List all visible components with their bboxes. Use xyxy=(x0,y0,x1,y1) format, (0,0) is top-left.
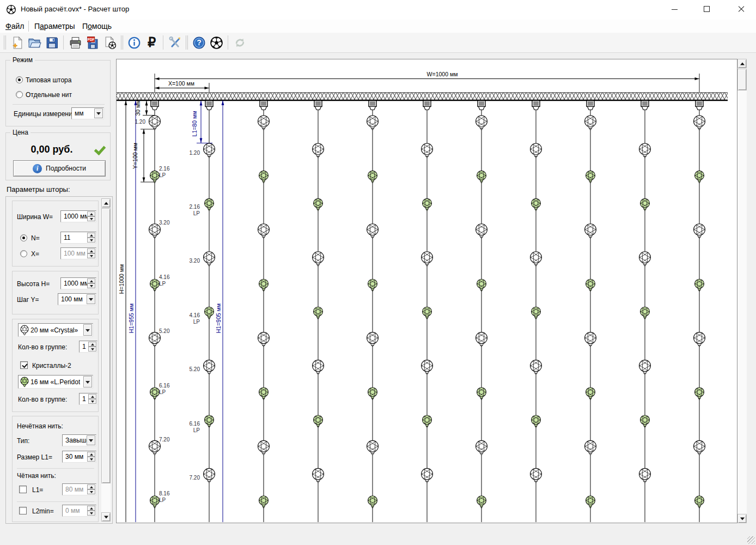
svg-text:LP: LP xyxy=(159,389,166,395)
maximize-button[interactable] xyxy=(693,0,720,19)
price-ruble-icon[interactable]: ₽ xyxy=(143,34,160,51)
units-label: Единицы измерени: xyxy=(14,110,74,118)
open-file-icon[interactable] xyxy=(26,34,42,51)
app-crystal-ball-icon xyxy=(6,4,16,15)
menu-file[interactable]: Файл xyxy=(1,21,28,32)
height-spinner[interactable] xyxy=(87,278,95,288)
crystal-ball-icon[interactable] xyxy=(208,34,224,51)
radio-x[interactable] xyxy=(20,250,27,257)
l2min-checkbox[interactable] xyxy=(19,507,27,514)
svg-text:4.16: 4.16 xyxy=(190,312,200,318)
canvas-scroll-up-button[interactable] xyxy=(737,59,747,68)
svg-text:H=1000 мм: H=1000 мм xyxy=(118,264,125,294)
print-icon[interactable] xyxy=(67,34,83,51)
svg-text:3.20: 3.20 xyxy=(159,220,170,226)
svg-text:LP: LP xyxy=(159,281,166,287)
panel-scrollbar-thumb[interactable] xyxy=(101,208,111,483)
svg-text:7.20: 7.20 xyxy=(159,437,170,443)
svg-text:LP: LP xyxy=(159,497,166,503)
qty2-label: Кол-во в группе: xyxy=(18,396,67,403)
menu-help[interactable]: Помощь xyxy=(78,21,116,32)
chevron-down-icon[interactable] xyxy=(87,294,95,304)
qty1-label: Кол-во в группе: xyxy=(18,343,67,351)
radio-separate-threads[interactable] xyxy=(16,91,23,98)
new-document-icon[interactable] xyxy=(9,34,25,51)
units-combobox[interactable]: мм xyxy=(71,107,104,119)
window-resize-grip[interactable] xyxy=(747,536,755,544)
svg-text:X=100 мм: X=100 мм xyxy=(168,80,194,87)
panel-scroll-down-button[interactable] xyxy=(101,512,111,522)
even-l1-label: L1= xyxy=(32,486,43,494)
radio-n[interactable] xyxy=(20,234,27,241)
step-combobox[interactable]: 100 мм xyxy=(58,293,96,305)
panel-scroll-up-button[interactable] xyxy=(101,198,111,208)
price-value: 0,00 руб. xyxy=(11,144,93,155)
canvas-vertical-scrollbar[interactable] xyxy=(737,59,747,523)
canvas-scroll-down-button[interactable] xyxy=(737,514,747,523)
width-group: Ширина W= 1000 мм N= 11 X= 100 мм xyxy=(12,201,99,267)
svg-text:6.16: 6.16 xyxy=(190,421,200,427)
panel-scrollbar-track[interactable] xyxy=(101,483,111,512)
canvas-scrollbar-thumb[interactable] xyxy=(737,69,747,90)
window-title: Новый расчёт.ovx* - Расчет штор xyxy=(21,5,129,13)
chevron-down-icon[interactable] xyxy=(83,376,92,387)
size-l1-spinner[interactable] xyxy=(87,452,95,462)
export-image-icon[interactable] xyxy=(102,34,118,51)
crystals2-checkbox[interactable] xyxy=(20,361,28,369)
mode-separator xyxy=(13,104,105,105)
chevron-down-icon[interactable] xyxy=(94,108,103,118)
minimize-button[interactable] xyxy=(661,0,688,19)
x-input: 100 мм xyxy=(60,247,96,259)
type-label: Тип: xyxy=(17,437,29,445)
qty1-spinner[interactable] xyxy=(88,342,96,352)
toolbar-gripper xyxy=(121,35,123,50)
width-label: Ширина W= xyxy=(17,213,53,221)
n-spinner[interactable] xyxy=(87,233,95,243)
type-combobox[interactable]: Завыше xyxy=(62,434,96,446)
l2min-label: L2min= xyxy=(32,507,54,515)
curtain-drawing-canvas[interactable]: W=1000 ммX=100 ммH=1000 ммH1=955 ммH1=90… xyxy=(116,59,737,523)
svg-text:LP: LP xyxy=(193,210,200,216)
svg-text:3.20: 3.20 xyxy=(190,258,200,264)
refresh-icon xyxy=(231,34,248,51)
svg-text:H1=955 мм: H1=955 мм xyxy=(128,304,135,333)
width-input[interactable]: 1000 мм xyxy=(60,210,96,222)
width-spinner[interactable] xyxy=(87,211,95,221)
svg-text:H1=905 мм: H1=905 мм xyxy=(215,304,222,333)
qty1-input[interactable]: 1 xyxy=(79,341,97,353)
svg-text:?: ? xyxy=(197,38,202,47)
toolbar-gripper xyxy=(186,35,188,50)
even-l1-checkbox[interactable] xyxy=(19,486,27,493)
chevron-down-icon[interactable] xyxy=(83,324,92,336)
toolbar: PDF₽? xyxy=(0,33,756,53)
close-button[interactable] xyxy=(727,0,754,19)
radio-typical-curtain[interactable] xyxy=(16,76,23,83)
minimize-icon xyxy=(672,9,678,10)
details-button[interactable]: i Подробности xyxy=(13,160,106,177)
settings-tools-icon[interactable] xyxy=(167,34,183,51)
bead2-combobox[interactable]: 16 мм «L.Peridot xyxy=(18,375,93,389)
svg-text:6.16: 6.16 xyxy=(159,383,170,389)
menu-parameters[interactable]: Параметры xyxy=(30,21,80,32)
bead1-combobox[interactable]: 20 мм «Crystal» xyxy=(18,323,93,337)
height-label: Высота H= xyxy=(17,280,50,288)
svg-text:W=1000 мм: W=1000 мм xyxy=(427,71,458,77)
svg-text:LP: LP xyxy=(193,427,200,433)
beads-group: 20 мм «Crystal» Кол-во в группе: 1 Крист… xyxy=(12,319,99,412)
chevron-down-icon[interactable] xyxy=(87,435,95,445)
svg-text:Y=100 мм: Y=100 мм xyxy=(132,143,138,169)
svg-text:8.16: 8.16 xyxy=(159,491,170,496)
price-group-title: Цена xyxy=(10,129,31,136)
help-icon[interactable]: ? xyxy=(191,34,207,51)
qty2-spinner[interactable] xyxy=(88,394,96,404)
height-input[interactable]: 1000 мм xyxy=(60,277,96,289)
toolbar-separator xyxy=(163,35,163,50)
n-input[interactable]: 11 xyxy=(60,232,96,244)
qty2-input[interactable]: 1 xyxy=(79,393,97,405)
save-icon[interactable] xyxy=(44,34,60,51)
menu-separator xyxy=(28,21,29,32)
info-icon[interactable] xyxy=(126,34,142,51)
size-l1-input[interactable]: 30 мм xyxy=(62,451,96,463)
svg-text:7.20: 7.20 xyxy=(190,475,200,481)
save-pdf-icon[interactable]: PDF xyxy=(84,34,101,51)
